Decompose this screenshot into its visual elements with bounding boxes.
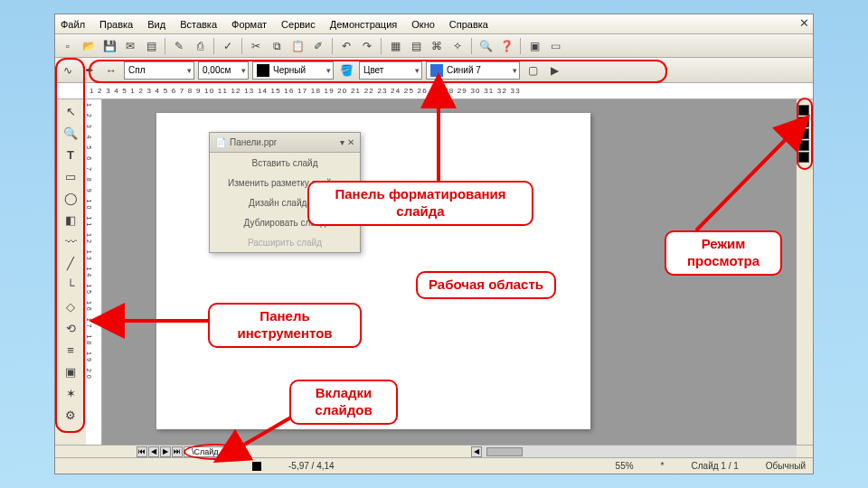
brush-icon[interactable]: ✐ (309, 37, 327, 55)
menu-help[interactable]: Справка (449, 19, 488, 30)
menu-bar: Файл Правка Вид Вставка Формат Сервис Де… (55, 14, 813, 34)
ring-tools (55, 58, 85, 433)
callout-work: Рабочая область (416, 271, 556, 299)
status-pos: -5,97 / 4,14 (288, 461, 335, 471)
chart-icon[interactable]: ▦ (386, 37, 404, 55)
callout-view: Режим просмотра (665, 230, 782, 276)
callout-format: Панель форматирования слайда (307, 181, 533, 226)
menu-insert[interactable]: Вставка (180, 19, 217, 30)
menu-format[interactable]: Формат (231, 19, 267, 30)
arrow-view (669, 122, 805, 235)
callout-tools: Панель инструментов (208, 303, 362, 348)
close-icon[interactable]: ✕ (799, 16, 809, 30)
mail-icon[interactable]: ✉ (121, 37, 139, 55)
spell-icon[interactable]: ✓ (219, 37, 237, 55)
menu-window[interactable]: Окно (411, 19, 435, 30)
cut-icon[interactable]: ✂ (247, 37, 265, 55)
link-icon[interactable]: ⌘ (428, 37, 446, 55)
ring-tab (184, 444, 247, 460)
standard-toolbar: ▫ 📂 💾 ✉ ▤ ✎ ⎙ ✓ ✂ ⧉ 📋 ✐ ↶ ↷ ▦ ▤ ⌘ ✧ 🔍 ❓ … (55, 34, 813, 58)
help-icon[interactable]: ❓ (497, 37, 515, 55)
tab-first[interactable]: ⏮ (137, 446, 147, 457)
tab-next[interactable]: ▶ (160, 446, 171, 457)
tab-last[interactable]: ⏭ (172, 446, 183, 457)
zoom-icon[interactable]: 🔍 (476, 37, 495, 55)
status-bar: -5,97 / 4,14 55% * Слайд 1 / 1 Обычный (55, 457, 813, 474)
status-mode: Обычный (766, 461, 806, 471)
print-icon[interactable]: ⎙ (191, 37, 209, 55)
redo-icon[interactable]: ↷ (358, 37, 376, 55)
paste-icon[interactable]: 📋 (288, 37, 307, 55)
copy-icon[interactable]: ⧉ (268, 37, 286, 55)
ctx-expand: Расширить слайд (210, 232, 360, 252)
new-icon[interactable]: ▫ (59, 37, 77, 55)
tab-prev[interactable]: ◀ (148, 446, 159, 457)
slide-icon[interactable]: ▭ (546, 37, 564, 55)
menu-service[interactable]: Сервис (281, 19, 316, 30)
callout-tabs: Вкладки слайдов (289, 380, 398, 425)
edit-icon[interactable]: ✎ (170, 37, 188, 55)
menu-file[interactable]: Файл (61, 19, 85, 30)
save-icon[interactable]: 💾 (100, 37, 118, 55)
menu-edit[interactable]: Правка (99, 19, 133, 30)
ring-view (797, 98, 813, 170)
arrow-format (429, 86, 448, 181)
table-icon[interactable]: ▤ (407, 37, 425, 55)
ruler-vertical: 1 2 3 4 5 6 7 8 9 10 11 12 13 14 15 16 1… (86, 99, 102, 445)
ctx-title: 📄 Панели.ppr▾ ✕ (210, 133, 360, 153)
undo-icon[interactable]: ↶ (337, 37, 355, 55)
status-zoom: 55% (616, 461, 634, 471)
open-icon[interactable]: 📂 (80, 37, 98, 55)
status-slide: Слайд 1 / 1 (692, 461, 739, 471)
arrow-tools (99, 307, 208, 334)
menu-view[interactable]: Вид (147, 19, 165, 30)
menu-demo[interactable]: Демонстрация (330, 19, 398, 30)
gallery-icon[interactable]: ▣ (525, 37, 543, 55)
ring-format (89, 60, 667, 83)
nav-icon[interactable]: ✧ (448, 37, 467, 55)
ctx-insert-slide[interactable]: Вставить слайд (210, 153, 360, 173)
svg-line-3 (696, 127, 797, 230)
hscroll[interactable]: ◀ (471, 445, 797, 457)
pdf-icon[interactable]: ▤ (142, 37, 160, 55)
